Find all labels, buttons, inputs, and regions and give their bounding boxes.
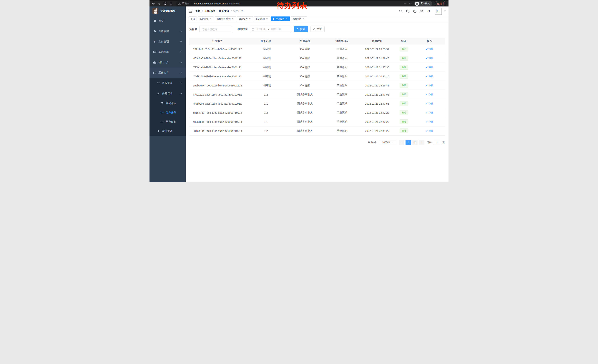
breadcrumb-item: 待办任务 [233, 9, 244, 13]
cell-process: 测试多审批人 [286, 126, 324, 135]
breadcrumb-item[interactable]: 首页 [195, 9, 200, 13]
cell-task-name: 1.2 [245, 90, 286, 99]
sidebar-item-leave-query[interactable]: 请假查询 [150, 126, 186, 136]
pencil-icon [425, 130, 428, 132]
sidebar-item-task-mgmt[interactable]: 任务管理 [150, 88, 186, 99]
app-logo[interactable]: 芋道管理系统 [150, 7, 186, 16]
approve-link[interactable]: 审批 [425, 93, 433, 96]
page-button-1[interactable]: 1 [406, 140, 411, 145]
approve-link[interactable]: 审批 [425, 75, 433, 78]
search-icon[interactable] [399, 9, 402, 13]
status-badge: 激活 [399, 65, 408, 70]
approve-label: 审批 [429, 84, 433, 87]
cell-task-name: 一级审批 [245, 45, 286, 54]
eye-open-icon [161, 111, 164, 114]
sidebar-item-payment-mgmt[interactable]: ¥支付管理 [150, 36, 186, 47]
cell-status: 激活 [394, 90, 414, 99]
close-icon[interactable]: × [249, 17, 251, 20]
cell-process: OA 请假 [286, 81, 324, 90]
sidebar-item-workflow[interactable]: 工作流程 [150, 68, 186, 78]
approve-link[interactable]: 审批 [425, 84, 433, 87]
approve-link[interactable]: 审批 [425, 129, 433, 133]
sidebar-item-dev-tools[interactable]: 研发工具 [150, 57, 186, 68]
sidebar-item-infrastructure[interactable]: 基础设施 [150, 47, 186, 57]
tab-待办任务[interactable]: 待办任务× [271, 16, 290, 21]
close-icon[interactable]: × [232, 17, 234, 20]
process-name-label: 流程名 [189, 28, 197, 31]
back-icon[interactable] [152, 2, 155, 5]
tab-流程表单-编辑[interactable]: 流程表单-编辑× [215, 16, 236, 21]
process-name-input[interactable] [199, 26, 232, 32]
table-row: 381aa1dd-7ac8-11ec-a9e2-a2380e71991a1.2测… [189, 126, 445, 135]
approve-label: 审批 [429, 66, 433, 69]
cell-created-time: 2022-01-22 18:25:41 [360, 81, 394, 90]
help-icon[interactable]: ? [413, 9, 417, 13]
sidebar-item-process-mgmt[interactable]: 流程管理 [150, 78, 186, 88]
approve-link[interactable]: 审批 [425, 102, 433, 105]
password-key-icon[interactable] [403, 2, 407, 5]
close-icon[interactable]: × [209, 17, 212, 20]
fullscreen-icon[interactable] [420, 9, 424, 13]
approve-link[interactable]: 审批 [425, 66, 433, 69]
next-page-button[interactable]: › [419, 140, 424, 145]
app-title: 芋道管理系统 [160, 9, 176, 13]
tab-我的流程[interactable]: 我的流程× [254, 16, 270, 21]
bookmark-star-icon[interactable]: ☆ [409, 2, 412, 5]
sidebar-toggle-icon[interactable] [186, 7, 195, 16]
reload-icon[interactable] [164, 2, 167, 5]
sidebar-item-done-tasks[interactable]: 已办任务 [150, 117, 186, 126]
breadcrumb-item[interactable]: 工作流程 [205, 9, 215, 13]
sidebar-item-system-mgmt[interactable]: 系统管理 [150, 26, 186, 36]
sidebar-item-home[interactable]: 首页 [150, 16, 186, 26]
approve-label: 审批 [429, 120, 433, 123]
cell-created-time: 2022-01-22 23:53:32 [360, 45, 394, 54]
tab-label: 已办任务 [239, 17, 248, 20]
approve-label: 审批 [429, 111, 433, 114]
cell-process: 测试多审批人 [286, 99, 324, 108]
github-icon[interactable] [406, 9, 410, 13]
sidebar-item-todo-tasks[interactable]: 待办任务 [150, 108, 186, 117]
robot-icon [161, 102, 164, 105]
tab-发起流程[interactable]: 发起流程× [198, 16, 214, 21]
user-icon [157, 129, 160, 133]
breadcrumb-item[interactable]: 任务管理 [219, 9, 229, 13]
tab-流程详情[interactable]: 流程详情× [291, 16, 307, 21]
close-icon[interactable]: × [285, 17, 288, 20]
approve-link[interactable]: 审批 [425, 48, 433, 51]
dashboard-icon [153, 19, 156, 22]
approve-link[interactable]: 审批 [425, 57, 433, 60]
approve-link[interactable]: 审批 [425, 111, 433, 114]
approve-link[interactable]: 审批 [425, 120, 433, 123]
page-size-select[interactable]: 10条/页 [379, 140, 397, 145]
cell-task-id: 73211d9d-7b9b-11ec-b5b7-acde48001122 [189, 45, 245, 54]
page-unit-label: 页 [442, 141, 445, 144]
security-label: 不安全 [182, 2, 189, 5]
cell-status: 激活 [394, 99, 414, 108]
forward-icon[interactable] [158, 2, 161, 5]
chevron-down-icon [180, 61, 182, 64]
end-date-placeholder: 结束日期 [271, 28, 281, 31]
close-icon[interactable]: × [302, 17, 305, 20]
close-icon[interactable]: × [266, 17, 268, 20]
home-icon[interactable] [169, 2, 173, 5]
date-range-picker[interactable]: 开始日期 - 结束日期 [250, 26, 291, 32]
goto-label: 前往 [427, 141, 432, 144]
avatar-caret-icon[interactable] [444, 11, 446, 12]
browser-menu-icon[interactable] [443, 2, 444, 5]
address-bar[interactable]: 不安全 dashboard.yudao.iocoder.cn/bpm/task/… [176, 1, 277, 6]
page-button-2[interactable]: 2 [412, 140, 418, 145]
search-button[interactable]: 搜索 [294, 26, 308, 32]
font-size-icon[interactable]: TT [427, 9, 431, 13]
status-badge: 激活 [399, 101, 408, 106]
sidebar-item-my-process[interactable]: 我的流程 [150, 99, 186, 108]
prev-page-button[interactable]: ‹ [399, 140, 404, 145]
chevron-down-icon [180, 51, 182, 53]
tab-已办任务[interactable]: 已办任务× [237, 16, 253, 21]
approve-label: 审批 [429, 57, 433, 60]
reset-button[interactable]: 重置 [310, 26, 324, 32]
cell-task-id: 8f0d1619-7ac8-11ec-a9e2-a2380e71991a [189, 90, 245, 99]
avatar[interactable] [435, 8, 442, 15]
browser-update-button[interactable]: 更新 [435, 1, 446, 6]
tab-首页[interactable]: 首页 [189, 16, 197, 21]
goto-page-input[interactable] [433, 140, 441, 145]
